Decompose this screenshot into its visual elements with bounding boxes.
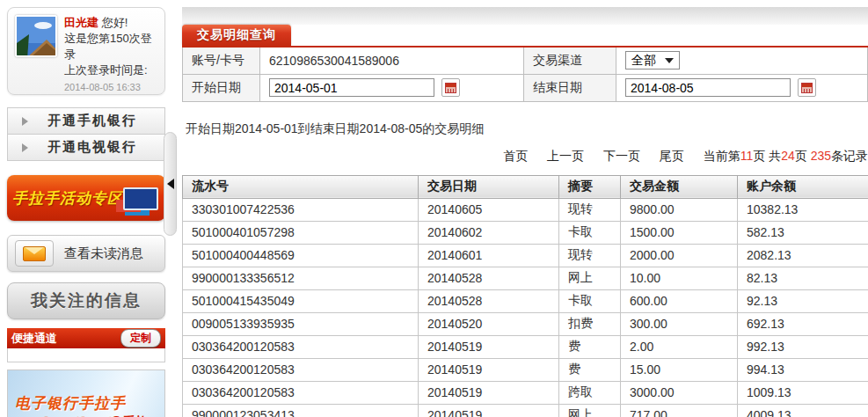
col-header-amount: 交易金额 (621, 175, 738, 198)
end-date-label: 结束日期 (524, 74, 616, 101)
table-cell: 2.00 (621, 335, 738, 358)
tab-transaction-detail-query[interactable]: 交易明细查询 (182, 25, 291, 46)
table-cell: 692.13 (738, 312, 868, 335)
table-cell: 网上 (559, 404, 621, 417)
table-cell: 992.13 (738, 335, 868, 358)
records-count: 235 (811, 149, 831, 163)
main-content: 交易明细查询 账号/卡号 6210986530041589006 交易渠道 全部… (182, 7, 868, 417)
pagination-last[interactable]: 尾页 (660, 149, 684, 163)
col-header-date: 交易日期 (419, 175, 559, 198)
table-cell: 030364200120583 (183, 358, 419, 381)
table-row: 03036420012058320140519费2.00992.13 (183, 335, 868, 358)
current-page-number: 11 (740, 149, 754, 163)
table-cell: 82.13 (738, 267, 868, 289)
table-cell: 卡取 (559, 221, 621, 244)
monitor-icon (123, 187, 158, 210)
login-count: 这是您第150次登录 (64, 31, 159, 62)
table-cell: 10382.13 (738, 198, 868, 221)
table-cell: 20140519 (419, 381, 559, 404)
table-cell: 20140519 (419, 335, 559, 358)
arrow-right-icon (22, 117, 28, 126)
customize-button[interactable]: 定制 (120, 329, 161, 348)
user-greeting: 您好! (102, 16, 128, 29)
table-cell: 990000133356512 (183, 267, 419, 289)
table-cell: 990000123053413 (183, 404, 419, 417)
table-cell: 030364200120583 (183, 335, 419, 358)
table-cell: 费 (559, 335, 621, 358)
envelope-icon (15, 240, 54, 267)
pagination-next[interactable]: 下一页 (603, 149, 640, 163)
result-summary: 开始日期2014-05-01到结束日期2014-08-05的交易明细 (186, 121, 868, 137)
table-cell: 994.13 (738, 358, 868, 381)
last-login-time: 2014-08-05 16:33 (64, 82, 159, 92)
table-row: 50100041543504920140528卡取600.0092.13 (183, 289, 868, 312)
activity-banner-text: 手拉手活动专区 (12, 188, 123, 208)
table-cell: 20140605 (419, 198, 559, 221)
table-cell: 9800.00 (621, 198, 738, 221)
table-cell: 现转 (559, 244, 621, 267)
calendar-icon[interactable] (441, 78, 460, 97)
table-cell: 15.00 (621, 358, 738, 381)
transactions-table: 流水号 交易日期 摘要 交易金额 账户余额 330301007422536201… (182, 175, 868, 417)
col-header-serial: 流水号 (183, 175, 419, 198)
start-date-label: 开始日期 (183, 74, 260, 101)
user-info-panel: 田光建 您好! 这是您第150次登录 上次登录时间是: 2014-08-05 1… (7, 7, 165, 95)
table-cell: 009005133935935 (183, 312, 419, 335)
sidebar-item-mobile-banking[interactable]: 开通手机银行 (8, 108, 164, 135)
collapse-arrow-icon (167, 179, 174, 189)
table-cell: 20140602 (419, 221, 559, 244)
table-cell: 卡取 (559, 289, 621, 312)
channel-select[interactable]: 全部 (625, 51, 680, 70)
followed-info-button[interactable]: 我关注的信息 (7, 282, 165, 319)
promo-banner[interactable]: 电子银行手拉手 【第四季】欢乐3重礼 (7, 369, 165, 417)
table-cell: 1500.00 (621, 221, 738, 244)
table-row: 50100040044856920140601现转2000.002082.13 (183, 244, 868, 267)
table-row: 50100040105729820140602卡取1500.00582.13 (183, 221, 868, 244)
table-cell: 300.00 (621, 312, 738, 335)
arrow-right-icon (22, 143, 28, 152)
account-label: 账号/卡号 (183, 47, 260, 74)
table-cell: 20140528 (419, 267, 559, 289)
table-cell: 现转 (559, 198, 621, 221)
table-cell: 501000401057298 (183, 221, 419, 244)
pagination-prev[interactable]: 上一页 (547, 149, 584, 163)
query-form: 账号/卡号 6210986530041589006 交易渠道 全部 开始日期 结… (182, 46, 868, 102)
promo-banner-line2: 【第四季】欢乐3重礼 (36, 412, 145, 417)
table-cell: 跨取 (559, 381, 621, 404)
calendar-icon[interactable] (798, 78, 816, 97)
table-cell: 501000400448569 (183, 244, 419, 267)
table-cell: 扣费 (559, 312, 621, 335)
col-header-balance: 账户余额 (738, 175, 868, 198)
table-cell: 030364200120583 (183, 381, 419, 404)
table-cell: 4009.13 (738, 404, 868, 417)
table-cell: 20140601 (419, 244, 559, 267)
table-cell: 2000.00 (621, 244, 738, 267)
last-login-label: 上次登录时间是: (64, 62, 159, 78)
table-cell: 1009.13 (738, 381, 868, 404)
table-cell: 600.00 (621, 289, 738, 312)
promo-banner-line1: 电子银行手拉手 (15, 393, 126, 413)
pagination-first[interactable]: 首页 (503, 149, 528, 163)
chevron-down-icon (665, 58, 674, 63)
table-row: 33030100742253620140605现转9800.0010382.13 (183, 198, 868, 221)
start-date-input[interactable] (269, 78, 434, 97)
sidebar: 田光建 您好! 这是您第150次登录 上次登录时间是: 2014-08-05 1… (7, 7, 165, 417)
table-cell: 20140520 (419, 312, 559, 335)
pagination-info: 当前第11页 共24页 235条记录 (704, 149, 868, 163)
table-cell: 717.00 (621, 404, 738, 417)
table-cell: 20140528 (419, 289, 559, 312)
sidebar-item-tv-banking[interactable]: 开通电视银行 (8, 135, 164, 161)
table-header-row: 流水号 交易日期 摘要 交易金额 账户余额 (183, 175, 868, 198)
unread-messages-button[interactable]: 查看未读消息 (7, 235, 165, 272)
activity-banner[interactable]: 手拉手活动专区 (7, 175, 165, 221)
table-cell: 费 (559, 358, 621, 381)
table-cell: 20140519 (419, 358, 559, 381)
sidebar-collapse-handle[interactable] (164, 132, 177, 236)
pagination: 首页 上一页 下一页 尾页 当前第11页 共24页 235条记录 (182, 149, 868, 165)
end-date-input[interactable] (625, 78, 791, 97)
avatar (15, 15, 57, 57)
quick-channel-panel (7, 348, 165, 362)
table-row: 99000013335651220140528网上10.0082.13 (183, 267, 868, 289)
table-cell: 20140519 (419, 404, 559, 417)
table-row: 03036420012058320140519跨取3000.001009.13 (183, 381, 868, 404)
